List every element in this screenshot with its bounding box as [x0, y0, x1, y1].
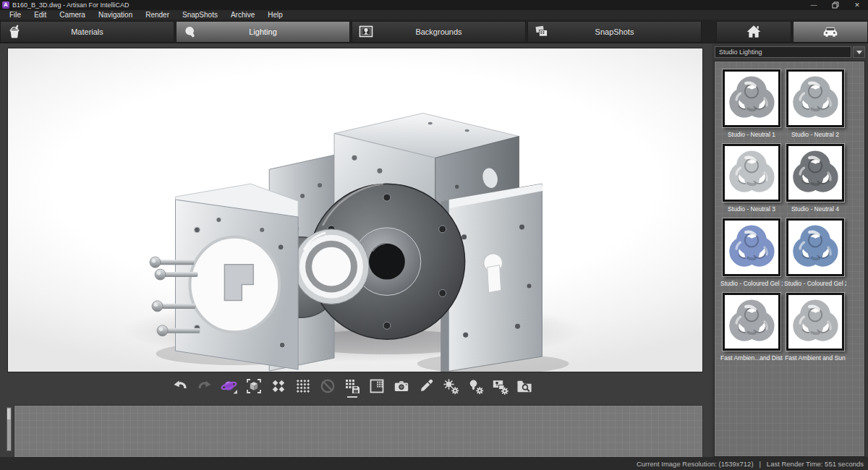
save-render-button[interactable]	[344, 377, 361, 398]
preset-thumbnail[interactable]	[723, 293, 780, 351]
render-off-button[interactable]	[319, 377, 336, 398]
quality-fine-button[interactable]	[294, 377, 312, 398]
lighting-category-value[interactable]: Studio Lighting	[715, 46, 851, 58]
bulb-gear-icon	[467, 377, 484, 395]
prohibition-icon	[319, 377, 336, 395]
preset-label: Fast Ambient and Sun	[784, 354, 846, 362]
preset-studio-neutral-1[interactable]: Studio - Neutral 1	[720, 69, 783, 138]
preset-thumbnail[interactable]	[786, 218, 844, 276]
preset-thumbnail[interactable]	[786, 144, 844, 202]
tab-lighting-label: Lighting	[176, 27, 349, 36]
redo-button[interactable]	[196, 377, 213, 398]
menu-snapshots[interactable]: SnapShots	[176, 10, 224, 20]
eyedropper-icon	[417, 377, 435, 395]
four-diamonds-icon	[270, 377, 287, 395]
render-object-button[interactable]	[245, 377, 263, 398]
gearbox-render	[8, 48, 702, 372]
preset-studio-neutral-4[interactable]: Studio - Neutral 4	[784, 144, 846, 213]
active-tool-underline	[347, 396, 357, 398]
sun-gear-icon	[442, 377, 459, 395]
snapshot-camera-button[interactable]	[393, 377, 410, 398]
title-bar: A B160_B_3D.dwg - Artisan For IntelliCAD…	[0, 0, 868, 10]
background-settings-button[interactable]	[491, 377, 509, 398]
torus-knot-icon	[727, 223, 776, 272]
preset-coloured-gel-2[interactable]: Studio - Coloured Gel 2	[784, 218, 846, 287]
preset-thumbnail[interactable]	[723, 69, 780, 127]
menu-file[interactable]: File	[3, 10, 27, 20]
home-button[interactable]	[716, 21, 791, 43]
menu-render[interactable]: Render	[139, 10, 176, 20]
preset-thumbnail[interactable]	[723, 144, 780, 202]
dot-grid-icon	[294, 377, 312, 395]
menu-bar: File Edit Camera Navigation Render SnapS…	[0, 10, 868, 20]
menu-edit[interactable]: Edit	[27, 10, 53, 20]
undo-button[interactable]	[171, 377, 189, 398]
preset-fast-ambient-sun[interactable]: Fast Ambient and Sun	[784, 293, 846, 362]
image-gear-icon	[491, 377, 509, 395]
preset-label: Studio - Neutral 2	[784, 131, 846, 138]
region-grid-icon	[368, 377, 386, 395]
filmstrip-scrollbar[interactable]	[7, 407, 12, 451]
sun-settings-button[interactable]	[442, 377, 459, 398]
status-text: Current Image Resolution: (1539x712) | L…	[637, 460, 864, 468]
camera-icon	[393, 377, 410, 395]
tab-materials-label: Materials	[1, 27, 174, 36]
ribbon-spacer	[703, 21, 715, 43]
window-controls: — ✕	[803, 0, 868, 10]
lighting-sidebar: Studio Lighting Studio - Neutral 1 Studi…	[712, 43, 868, 457]
render-region-button[interactable]	[368, 377, 386, 398]
preset-label: Studio - Coloured Gel 1	[720, 280, 783, 287]
preset-label: Studio - Neutral 3	[720, 205, 783, 213]
dropdown-button[interactable]	[853, 46, 865, 58]
menu-help[interactable]: Help	[261, 10, 289, 20]
lighting-preset-panel: Studio - Neutral 1 Studio - Neutral 2 St…	[714, 61, 865, 457]
tab-backgrounds[interactable]: Backgrounds	[352, 21, 526, 43]
preset-thumbnail[interactable]	[786, 69, 844, 127]
restore-button[interactable]	[825, 0, 846, 10]
preset-grid: Studio - Neutral 1 Studio - Neutral 2 St…	[715, 61, 864, 367]
chevron-down-icon	[856, 51, 862, 54]
folder-search-icon	[516, 377, 533, 395]
preset-label: Studio - Coloured Gel 2	[784, 280, 846, 287]
preset-label: Studio - Neutral 4	[784, 205, 846, 213]
home-icon	[745, 23, 762, 40]
menu-navigation[interactable]: Navigation	[92, 10, 139, 20]
render-toolbar	[171, 377, 533, 398]
preset-studio-neutral-2[interactable]: Studio - Neutral 2	[784, 69, 846, 138]
menu-camera[interactable]: Camera	[53, 10, 92, 20]
app-logo-icon: A	[2, 1, 9, 9]
preset-studio-neutral-3[interactable]: Studio - Neutral 3	[720, 144, 783, 213]
color-picker-button[interactable]	[417, 377, 435, 398]
preset-label: Fast Ambien...and Distant	[720, 354, 783, 362]
quality-medium-button[interactable]	[270, 377, 287, 398]
preset-fast-ambient-distant[interactable]: Fast Ambien...and Distant	[720, 293, 783, 362]
tab-snapshots[interactable]: SnapShots	[527, 21, 702, 43]
tab-snapshots-label: SnapShots	[528, 27, 701, 36]
redo-arrow-icon	[196, 377, 213, 395]
preset-coloured-gel-1[interactable]: Studio - Coloured Gel 1	[720, 218, 783, 287]
tab-materials[interactable]: Materials	[0, 21, 174, 43]
render-viewport[interactable]	[7, 48, 703, 372]
window-title: B160_B_3D.dwg - Artisan For IntelliCAD	[12, 1, 129, 9]
minimize-button[interactable]: —	[803, 0, 825, 10]
restore-icon	[832, 1, 839, 9]
snapshot-filmstrip	[14, 405, 703, 458]
grid-save-icon	[344, 377, 361, 395]
cube-brackets-icon	[245, 377, 263, 395]
workspace: Studio Lighting Studio - Neutral 1 Studi…	[0, 43, 868, 470]
browse-renders-button[interactable]	[516, 377, 533, 398]
preset-label: Studio - Neutral 1	[720, 131, 783, 138]
menu-archive[interactable]: Archive	[224, 10, 261, 20]
close-button[interactable]: ✕	[846, 0, 868, 10]
light-settings-button[interactable]	[467, 377, 484, 398]
render-planet-button[interactable]	[221, 377, 238, 398]
tab-backgrounds-label: Backgrounds	[352, 27, 525, 36]
torus-knot-icon	[791, 74, 840, 123]
torus-knot-icon	[791, 223, 840, 272]
vehicle-mode-button[interactable]	[793, 21, 868, 43]
tab-lighting[interactable]: Lighting	[176, 21, 350, 43]
filmstrip-scrollbar-thumb[interactable]	[7, 409, 11, 419]
torus-knot-icon	[791, 148, 840, 197]
preset-thumbnail[interactable]	[723, 218, 780, 276]
preset-thumbnail[interactable]	[786, 293, 844, 351]
